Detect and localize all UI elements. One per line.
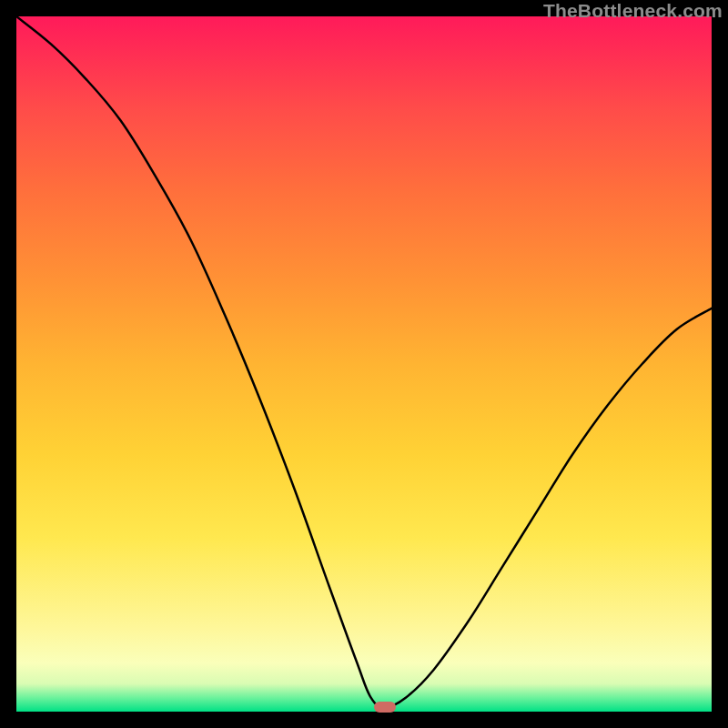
watermark-text: TheBottleneck.com [543,0,723,22]
plot-area [16,16,712,712]
optimal-point-marker [374,702,396,713]
bottleneck-curve [16,16,712,712]
chart-frame: TheBottleneck.com [0,0,728,728]
